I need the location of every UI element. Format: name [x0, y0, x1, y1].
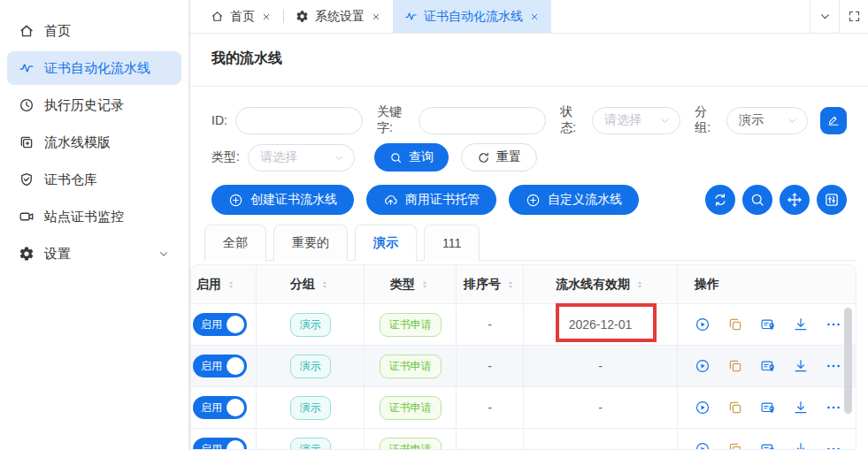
- table-tools: [705, 185, 847, 215]
- tabbar-spacer: [551, 0, 810, 33]
- certificate-icon[interactable]: [760, 441, 776, 450]
- enable-toggle[interactable]: 启用: [193, 355, 247, 378]
- enable-toggle[interactable]: 启用: [193, 313, 247, 336]
- certificate-icon[interactable]: [760, 400, 776, 416]
- id-input[interactable]: [235, 107, 363, 134]
- more-actions-icon[interactable]: [826, 317, 841, 332]
- group-tab-all[interactable]: 全部: [204, 225, 266, 261]
- table-row: 启用 演示 证书申请 - 2026-12-01: [191, 304, 856, 346]
- column-header-group[interactable]: 分组: [257, 265, 365, 304]
- group-tab-label: 111: [442, 236, 461, 250]
- sort-caret-icon[interactable]: [319, 278, 330, 292]
- download-icon[interactable]: [793, 400, 809, 416]
- enable-toggle[interactable]: 启用: [193, 438, 247, 450]
- sidebar-item-label: 证书自动化流水线: [44, 60, 150, 77]
- sidebar-item-templates[interactable]: 流水线模版: [7, 126, 181, 159]
- close-icon[interactable]: [529, 11, 540, 22]
- cloud-upload-icon: [383, 193, 398, 208]
- type-select-placeholder: 请选择: [260, 149, 297, 165]
- download-icon[interactable]: [793, 317, 809, 332]
- group-tag: 演示: [290, 396, 331, 420]
- type-label: 类型:: [211, 149, 240, 165]
- close-icon[interactable]: [261, 11, 272, 22]
- group-tab-important[interactable]: 重要的: [273, 225, 348, 261]
- search-icon: [389, 151, 403, 164]
- sidebar-item-site-monitor[interactable]: 站点证书监控: [7, 200, 181, 233]
- refresh-table-button[interactable]: [705, 185, 735, 215]
- run-pipeline-icon[interactable]: [695, 317, 711, 332]
- type-tag: 证书申请: [380, 438, 442, 450]
- sidebar-item-pipelines[interactable]: 证书自动化流水线: [7, 51, 181, 85]
- search-icon: [749, 192, 765, 208]
- commercial-cert-hosting-button[interactable]: 商用证书托管: [366, 185, 496, 215]
- column-header-label: 启用: [196, 277, 221, 293]
- certificate-icon[interactable]: [760, 317, 776, 332]
- reset-button[interactable]: 重置: [461, 143, 537, 172]
- resize-tool-button[interactable]: [780, 185, 810, 215]
- keyword-input[interactable]: [419, 107, 546, 134]
- copy-icon[interactable]: [727, 317, 743, 332]
- copy-icon[interactable]: [727, 400, 743, 416]
- status-select-placeholder: 请选择: [604, 112, 641, 128]
- window-tab-pipelines[interactable]: 证书自动化流水线: [393, 0, 551, 33]
- more-actions-icon[interactable]: [826, 400, 841, 416]
- refresh-icon: [712, 192, 728, 208]
- gear-icon: [296, 10, 309, 23]
- type-cell: 证书申请: [365, 429, 457, 450]
- status-select[interactable]: 请选择: [592, 107, 680, 134]
- table-vertical-scrollbar[interactable]: [844, 308, 852, 414]
- copy-icon[interactable]: [727, 441, 743, 450]
- edit-pencil-icon: [826, 113, 841, 127]
- tab-list-dropdown-button[interactable]: [810, 0, 839, 33]
- sort-caret-icon[interactable]: [419, 278, 430, 292]
- column-header-enabled[interactable]: 启用: [191, 265, 257, 304]
- copy-icon[interactable]: [727, 358, 743, 374]
- window-tab-home[interactable]: 首页: [199, 0, 283, 33]
- sidebar-item-home[interactable]: 首页: [7, 14, 181, 48]
- more-actions-icon[interactable]: [826, 358, 841, 374]
- run-pipeline-icon[interactable]: [695, 358, 711, 374]
- more-actions-icon[interactable]: [826, 441, 841, 450]
- close-icon[interactable]: [371, 11, 381, 22]
- group-tab-label: 全部: [223, 235, 248, 251]
- actions-cell: [678, 387, 856, 429]
- run-pipeline-icon[interactable]: [695, 441, 711, 450]
- download-icon[interactable]: [793, 441, 809, 450]
- column-settings-button[interactable]: [817, 185, 847, 215]
- column-header-sort-no[interactable]: 排序号: [457, 265, 524, 304]
- toolbar: 创建证书流水线 商用证书托管 自定义流水线: [211, 185, 847, 215]
- certificate-icon[interactable]: [760, 358, 776, 374]
- sort-caret-icon[interactable]: [226, 278, 236, 292]
- enable-toggle[interactable]: 启用: [193, 396, 247, 419]
- download-icon[interactable]: [793, 358, 809, 374]
- custom-pipeline-button[interactable]: 自定义流水线: [509, 185, 639, 215]
- enable-toggle-label: 启用: [201, 442, 222, 450]
- table-header-row: 启用 分组 类型 排序号 流水线有效期: [191, 265, 856, 304]
- run-pipeline-icon[interactable]: [695, 400, 711, 416]
- fullscreen-button[interactable]: [839, 0, 868, 33]
- window-tab-label: 证书自动化流水线: [424, 9, 523, 25]
- sort-caret-icon[interactable]: [634, 278, 645, 292]
- search-tool-button[interactable]: [742, 185, 772, 215]
- column-header-expiry[interactable]: 流水线有效期: [524, 265, 678, 304]
- group-tab-111[interactable]: 111: [424, 225, 480, 261]
- window-tab-label: 系统设置: [315, 9, 365, 25]
- type-select[interactable]: 请选择: [248, 144, 355, 172]
- chevron-down-icon: [334, 152, 345, 164]
- group-cell: 演示: [257, 429, 365, 450]
- edit-groups-button[interactable]: [820, 107, 847, 134]
- chevron-down-icon: [818, 10, 832, 23]
- create-pipeline-button[interactable]: 创建证书流水线: [211, 185, 354, 215]
- column-header-type[interactable]: 类型: [365, 265, 457, 304]
- group-tab-demo[interactable]: 演示: [355, 225, 417, 261]
- group-tabs: 全部 重要的 演示 111: [204, 225, 856, 261]
- type-cell: 证书申请: [365, 346, 457, 387]
- chevron-down-icon: [157, 248, 170, 260]
- sidebar-item-settings[interactable]: 设置: [7, 237, 181, 271]
- window-tab-system-settings[interactable]: 系统设置: [284, 0, 393, 33]
- sort-caret-icon[interactable]: [505, 278, 516, 292]
- sidebar-item-cert-warehouse[interactable]: 证书仓库: [7, 163, 181, 196]
- search-button[interactable]: 查询: [374, 143, 449, 172]
- sidebar-item-history[interactable]: 执行历史记录: [7, 88, 181, 122]
- group-select[interactable]: 演示: [726, 107, 808, 134]
